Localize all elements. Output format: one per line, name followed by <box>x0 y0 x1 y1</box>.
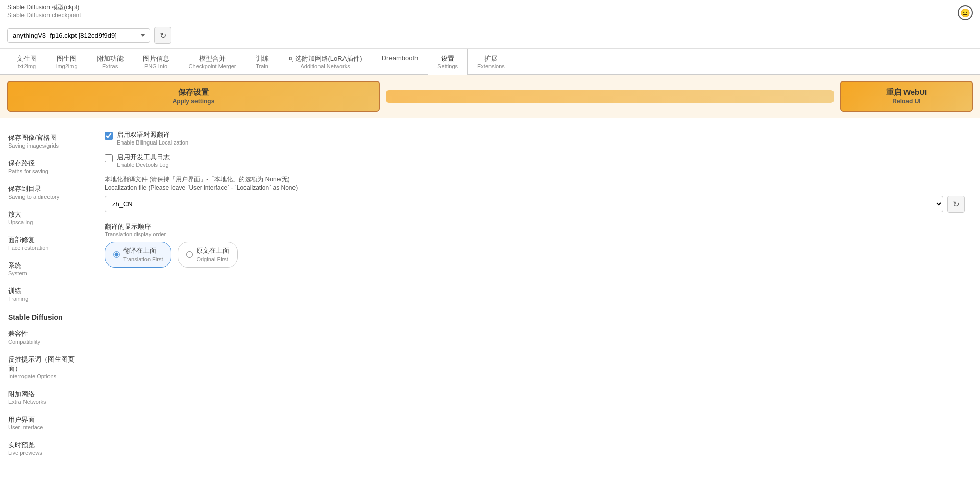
tab-png-info[interactable]: 图片信息 PNG Info <box>133 49 179 75</box>
radio-original-first-input[interactable] <box>186 251 193 258</box>
radio-original-first[interactable]: 原文在上面 Original First <box>178 242 238 268</box>
top-bar-title: Stable Diffusion 模型(ckpt) <box>7 3 973 12</box>
tab-extensions[interactable]: 扩展 Extensions <box>468 49 514 75</box>
translation-display-order-label-zh: 翻译的显示顺序 <box>105 222 965 231</box>
middle-spacer-button[interactable] <box>386 90 834 103</box>
tab-checkpoint-merger[interactable]: 模型合并 Checkpoint Merger <box>179 49 246 75</box>
model-row: anythingV3_fp16.ckpt [812cd9f9d9] ↻ <box>0 22 980 49</box>
localization-select[interactable]: zh_CN None <box>105 196 943 212</box>
content-area: 启用双语对照翻译 Enable Bilingual Localization 启… <box>89 118 980 471</box>
tab-extras[interactable]: 附加功能 Extras <box>87 49 133 75</box>
sidebar-item-extra-networks[interactable]: 附加网络 Extra Networks <box>0 384 89 410</box>
sidebar-item-upscaling[interactable]: 放大 Upscaling <box>0 205 89 230</box>
sidebar-item-live-previews[interactable]: 实时预览 Live previews <box>0 436 89 461</box>
reload-ui-button[interactable]: 重启 WebUI Reload UI <box>840 81 973 112</box>
sidebar-item-saving-images[interactable]: 保存图像/官格图 Saving images/grids <box>0 128 89 154</box>
tab-img2img[interactable]: 图生图 img2img <box>46 49 87 75</box>
top-bar: Stable Diffusion 模型(ckpt) Stable Diffusi… <box>0 0 980 22</box>
translation-order-radio-group: 翻译在上面 Translation First 原文在上面 Original F… <box>105 242 965 268</box>
localization-select-row: zh_CN None ↻ <box>105 196 965 213</box>
localization-description: 本地化翻译文件 (请保持「用户界面」-「本地化」的选项为 None/无) Loc… <box>105 175 965 193</box>
top-bar-subtitle: Stable Diffusion checkpoint <box>7 12 973 19</box>
model-select[interactable]: anythingV3_fp16.ckpt [812cd9f9d9] <box>7 28 150 43</box>
tab-train[interactable]: 训练 Train <box>246 49 279 75</box>
localization-file-row: 本地化翻译文件 (请保持「用户界面」-「本地化」的选项为 None/无) Loc… <box>105 175 965 213</box>
tab-settings[interactable]: 设置 Settings <box>428 49 468 75</box>
apply-settings-button[interactable]: 保存设置 Apply settings <box>7 81 380 112</box>
sidebar-item-user-interface[interactable]: 用户界面 User interface <box>0 410 89 436</box>
action-row: 保存设置 Apply settings 重启 WebUI Reload UI <box>0 75 980 118</box>
sidebar-item-paths-for-saving[interactable]: 保存路径 Paths for saving <box>0 154 89 179</box>
bilingual-localization-checkbox[interactable] <box>105 132 113 140</box>
localization-refresh-button[interactable]: ↻ <box>947 196 965 213</box>
sidebar-section-stable-diffusion: Stable Diffusion <box>0 307 89 324</box>
radio-translation-first[interactable]: 翻译在上面 Translation First <box>105 242 172 268</box>
sidebar-item-training[interactable]: 训练 Training <box>0 281 89 307</box>
bilingual-localization-row: 启用双语对照翻译 Enable Bilingual Localization <box>105 130 965 146</box>
sidebar-item-system[interactable]: 系统 System <box>0 256 89 281</box>
main-layout: 保存图像/官格图 Saving images/grids 保存路径 Paths … <box>0 118 980 471</box>
devtools-log-label[interactable]: 启用开发工具日志 Enable Devtools Log <box>117 153 170 168</box>
devtools-log-checkbox[interactable] <box>105 154 113 162</box>
nav-tabs: 文生图 txt2img 图生图 img2img 附加功能 Extras 图片信息… <box>0 49 980 75</box>
sidebar-item-saving-to-directory[interactable]: 保存到目录 Saving to a directory <box>0 179 89 205</box>
devtools-log-row: 启用开发工具日志 Enable Devtools Log <box>105 153 965 168</box>
translation-display-order-row: 翻译的显示顺序 Translation display order 翻译在上面 … <box>105 222 965 268</box>
radio-translation-first-input[interactable] <box>113 251 120 258</box>
sidebar-item-compatibility[interactable]: 兼容性 Compatibility <box>0 324 89 350</box>
model-refresh-button[interactable]: ↻ <box>154 27 172 44</box>
user-icon[interactable]: 😐 <box>958 5 973 20</box>
sidebar-item-interrogate-options[interactable]: 反推提示词（图生图页面） Interrogate Options <box>0 350 89 384</box>
tab-additional-networks[interactable]: 可选附加网络(LoRA插件) Additional Networks <box>279 49 372 75</box>
sidebar-item-face-restoration[interactable]: 面部修复 Face restoration <box>0 230 89 256</box>
translation-display-order-label-en: Translation display order <box>105 231 965 237</box>
tab-dreambooth[interactable]: Dreambooth <box>372 49 428 75</box>
sidebar: 保存图像/官格图 Saving images/grids 保存路径 Paths … <box>0 118 89 471</box>
bilingual-localization-label[interactable]: 启用双语对照翻译 Enable Bilingual Localization <box>117 130 188 146</box>
tab-txt2img[interactable]: 文生图 txt2img <box>7 49 46 75</box>
